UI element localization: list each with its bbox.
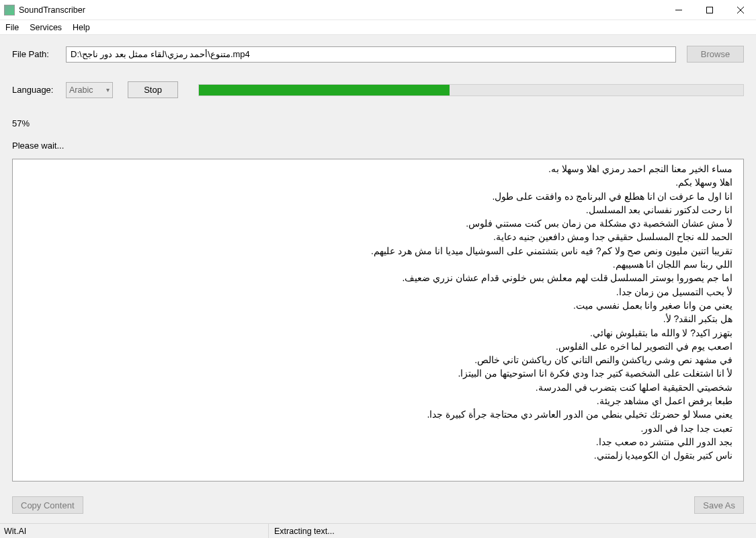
window-controls xyxy=(663,0,756,20)
transcript-line: ناس كتير بتقول ان الكوميديا زلمتني. xyxy=(17,449,732,462)
stop-button[interactable]: Stop xyxy=(128,81,178,98)
transcript-line: بجد الدور اللي منتشر ده صعب جدا. xyxy=(17,435,732,449)
minimize-button[interactable] xyxy=(663,0,694,20)
transcript-line: اما جم يصوروا بوستر المسلسل قلت لهم معلش… xyxy=(17,271,732,284)
svg-rect-1 xyxy=(707,7,713,13)
save-as-button: Save As xyxy=(694,496,744,514)
transcript-line: مساء الخير معنا النجم احمد رمزي اهلا وسه… xyxy=(17,162,732,176)
transcript-line: تقريبا اتنين مليون ونص صح ولا كم? فيه نا… xyxy=(17,244,732,258)
transcript-line: لأ انا اشتغلت على الشخصية كتير جدا ودي ف… xyxy=(17,367,732,380)
transcript-line: الحمد لله نجاح المسلسل حقيقي جدا ومش داف… xyxy=(17,230,732,243)
transcript-line: انا رحت لدكتور نفساني بعد المسلسل. xyxy=(17,203,732,217)
transcript-line: تعبت جدا جدا في الدور. xyxy=(17,422,732,435)
status-activity: Extracting text... xyxy=(269,527,335,536)
file-path-label: File Path: xyxy=(12,49,66,59)
transcript-line: بتهزر اكيد? لا والله ما بتقبلوش نهائي. xyxy=(17,326,732,340)
transcript-line: اللي ربنا سم اللجان انا هسيبهم. xyxy=(17,258,732,271)
chevron-down-icon: ▾ xyxy=(106,86,110,93)
transcript-line: لأ بحب التمسيل من زمان جدا. xyxy=(17,285,732,299)
main-content: File Path: Browse Language: Arabic ▾ Sto… xyxy=(0,35,756,523)
transcript-line: يعني من وانا صغير وانا بعمل نفسي ميت. xyxy=(17,299,732,312)
language-value: Arabic xyxy=(69,85,93,95)
transcript-output[interactable]: مساء الخير معنا النجم احمد رمزي اهلا وسه… xyxy=(12,159,744,482)
transcript-line: هل بتكبر النقد? لأ. xyxy=(17,312,732,325)
titlebar: SoundTranscriber xyxy=(0,0,756,20)
language-select: Arabic ▾ xyxy=(66,82,113,98)
progress-fill xyxy=(199,85,450,95)
browse-button: Browse xyxy=(687,46,744,63)
app-icon xyxy=(4,5,15,15)
menubar: File Services Help xyxy=(0,20,756,35)
transcript-line: اصعب يوم في التصوير لما اخره على الفلوس. xyxy=(17,340,732,353)
please-wait-label: Please wait... xyxy=(12,141,744,151)
menu-services[interactable]: Services xyxy=(30,23,62,32)
menu-help[interactable]: Help xyxy=(73,23,90,32)
close-button[interactable] xyxy=(725,0,756,20)
file-path-input[interactable] xyxy=(66,46,676,63)
maximize-button[interactable] xyxy=(694,0,725,20)
transcript-line: لأ مش عشان الشخصية دي مشكلة من زمان بس ك… xyxy=(17,217,732,230)
transcript-line: طبعا برفض اعمل اي مشاهد جريئة. xyxy=(17,394,732,408)
transcript-line: اهلا وسهلا بكم. xyxy=(17,176,732,189)
copy-content-button: Copy Content xyxy=(12,496,83,514)
progress-bar xyxy=(198,84,744,96)
transcript-line: في مشهد نص وشي رياكشن والنص التاني كان ر… xyxy=(17,353,732,367)
progress-percent: 57% xyxy=(12,118,744,128)
language-label: Language: xyxy=(12,85,66,95)
language-row: Language: Arabic ▾ Stop xyxy=(12,81,744,98)
status-service: Wit.AI xyxy=(0,524,269,538)
transcript-line: انا اول ما عرفت ان انا هطلع في البرنامج … xyxy=(17,190,732,203)
transcript-line: شخصيتي الحقيقية اصلها كنت بتضرب في المدر… xyxy=(17,381,732,394)
statusbar: Wit.AI Extracting text... xyxy=(0,523,756,538)
bottom-button-row: Copy Content Save As xyxy=(12,482,744,523)
window-title: SoundTranscriber xyxy=(19,5,85,15)
file-path-row: File Path: Browse xyxy=(12,46,744,63)
menu-file[interactable]: File xyxy=(5,23,19,32)
transcript-line: يعني مسلا لو حضرتك تخيلي بنطي من الدور ا… xyxy=(17,408,732,421)
